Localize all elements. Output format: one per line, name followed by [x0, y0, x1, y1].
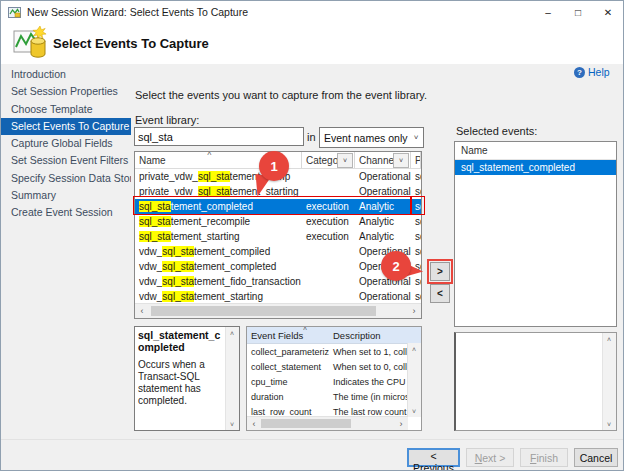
previous-button[interactable]: < Previous [407, 448, 460, 467]
selected-events-label: Selected events: [456, 125, 537, 137]
event-fields-panel: Event Fields ˄ Description collect_param… [246, 326, 422, 431]
finish-button[interactable]: Finish [520, 448, 568, 467]
annotation-balloon-2: 2 [381, 251, 411, 281]
app-icon [8, 6, 21, 19]
help-icon: ? [574, 67, 585, 78]
sort-asc-icon: ˄ [207, 152, 212, 158]
close-icon[interactable]: ✕ [593, 1, 623, 23]
scroll-down-icon[interactable]: ˅ [226, 418, 238, 430]
event-field-row[interactable]: collect_statementWhen set to 0, collect_… [247, 359, 421, 374]
selected-events-list: Name sql_statement_completed [454, 141, 617, 327]
new-session-wizard-dialog: New Session Wizard: Select Events To Cap… [0, 0, 624, 471]
category-filter-icon[interactable]: ˅ [337, 153, 353, 168]
help-link[interactable]: ? Help [574, 66, 610, 78]
event-fields-header: Event Fields ˄ Description [247, 327, 421, 344]
selected-event-description-panel: ˄ ˅ [454, 332, 617, 431]
remove-event-button[interactable]: < [430, 284, 450, 303]
event-fields-hscrollbar[interactable]: ‹ › [247, 416, 408, 430]
chevron-down-icon: ˅ [409, 133, 423, 142]
scroll-up-icon[interactable]: ˄ [408, 343, 420, 355]
event-field-row[interactable]: collect_parameterized_...When set to 1, … [247, 344, 421, 359]
minimize-icon[interactable]: – [533, 1, 563, 23]
footer-button-bar: < PreviousNext >FinishCancel [1, 440, 623, 470]
window-title: New Session Wizard: Select Events To Cap… [27, 6, 248, 18]
add-event-button[interactable]: > [430, 262, 450, 281]
column-header-channel[interactable]: Channel ˅ [355, 152, 411, 168]
scroll-down-icon[interactable]: ˅ [408, 405, 420, 417]
event-row[interactable]: sql_statement_recompileexecutionAnalytic… [135, 214, 421, 229]
vscrollbar[interactable]: ˄ ˅ [602, 333, 616, 430]
event-fields-rows: collect_parameterized_...When set to 1, … [247, 344, 421, 418]
event-search-input[interactable] [134, 127, 304, 146]
in-label: in [307, 131, 316, 143]
cancel-button[interactable]: Cancel [574, 448, 618, 467]
scroll-left-icon[interactable]: ‹ [135, 304, 149, 318]
event-description-text: Occurs when a Transact-SQL statement has… [138, 359, 224, 407]
wizard-header: Select Events To Capture [1, 23, 623, 64]
scroll-right-icon[interactable]: › [394, 417, 408, 431]
search-scope-dropdown[interactable]: Event names only ˅ [319, 127, 424, 148]
column-header-event-fields[interactable]: Event Fields ˄ [247, 327, 329, 343]
selected-events-column-header[interactable]: Name [455, 142, 616, 160]
sort-asc-icon: ˄ [303, 327, 307, 332]
event-row[interactable]: vdw_sql_statement_compiledOperationalsql… [135, 244, 421, 259]
event-row[interactable]: vdw_sql_statement_fido_transactionOperat… [135, 274, 421, 289]
hscroll-thumb[interactable] [151, 306, 376, 316]
sidebar-item-choose-template[interactable]: Choose Template [1, 101, 131, 118]
event-row[interactable]: private_vdw_sql_statement_startingOperat… [135, 184, 421, 199]
sidebar-item-create-event-session[interactable]: Create Event Session [1, 204, 131, 221]
page-title: Select Events To Capture [53, 36, 209, 51]
channel-filter-icon[interactable]: ˅ [393, 153, 409, 168]
search-scope-value: Event names only [320, 132, 409, 144]
sidebar-item-introduction[interactable]: Introduction [1, 66, 131, 83]
sidebar-item-set-session-properties[interactable]: Set Session Properties [1, 83, 131, 100]
event-row[interactable]: sql_statement_startingexecutionAnalytics… [135, 229, 421, 244]
event-field-row[interactable]: cpu_timeIndicates the CPU time ... [247, 374, 421, 389]
event-fields-vscrollbar[interactable]: ˄ ˅ [407, 343, 421, 417]
hscroll-thumb[interactable] [261, 419, 351, 428]
vscrollbar[interactable]: ˄ ˅ [225, 327, 239, 430]
event-description-title: sql_statement_completed [138, 329, 224, 353]
event-table-rows: private_vdw_sql_statement_compOperationa… [135, 169, 421, 304]
help-label: Help [588, 66, 610, 78]
scroll-down-icon[interactable]: ˅ [603, 418, 615, 430]
titlebar: New Session Wizard: Select Events To Cap… [1, 1, 623, 23]
annotation-balloon-1: 1 [259, 151, 289, 181]
instruction-text: Select the events you want to capture fr… [135, 89, 427, 101]
wizard-page-icon [13, 25, 47, 61]
event-row[interactable]: vdw_sql_statement_startingOperationalsql… [135, 289, 421, 304]
selected-event-row[interactable]: sql_statement_completed [455, 160, 616, 175]
scroll-right-icon[interactable]: › [407, 304, 421, 318]
wizard-steps-sidebar: IntroductionSet Session PropertiesChoose… [1, 66, 131, 222]
event-row[interactable]: vdw_sql_statement_completedOperationalsq… [135, 259, 421, 274]
event-row[interactable]: sql_statement_completedexecutionAnalytic… [135, 199, 421, 214]
sidebar-item-set-session-event-filters[interactable]: Set Session Event Filters [1, 152, 131, 169]
sidebar-item-select-events-to-capture[interactable]: Select Events To Capture [1, 118, 131, 135]
scroll-left-icon[interactable]: ‹ [247, 417, 261, 431]
maximize-icon[interactable]: □ [563, 1, 593, 23]
event-table-hscrollbar[interactable]: ‹ › [135, 303, 421, 318]
event-field-row[interactable]: durationThe time (in microsecon.. [247, 389, 421, 404]
column-header-package[interactable]: Pac [411, 152, 421, 168]
scroll-up-icon[interactable]: ˄ [603, 333, 615, 345]
column-header-category[interactable]: Category ˅ [302, 152, 355, 168]
sidebar-item-summary[interactable]: Summary [1, 187, 131, 204]
column-header-description[interactable]: Description [329, 327, 408, 343]
scroll-up-icon[interactable]: ˄ [226, 327, 238, 339]
sidebar-item-specify-session-data-storage[interactable]: Specify Session Data Storage [1, 170, 131, 187]
next-button[interactable]: Next > [466, 448, 514, 467]
sidebar-item-capture-global-fields[interactable]: Capture Global Fields [1, 135, 131, 152]
event-description-panel: sql_statement_completed Occurs when a Tr… [134, 326, 240, 431]
event-library-label: Event library: [135, 114, 199, 126]
